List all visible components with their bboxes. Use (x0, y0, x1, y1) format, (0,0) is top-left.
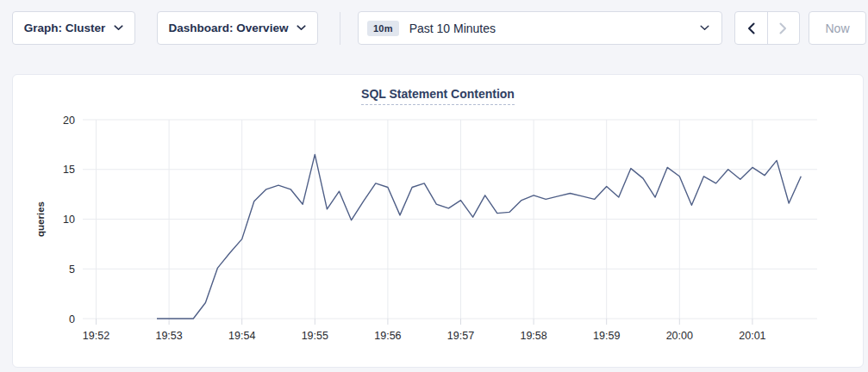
y-tick-label: 5 (69, 264, 75, 276)
next-time-button[interactable] (768, 12, 800, 44)
dashboard-dropdown-label: Dashboard: Overview (169, 22, 289, 34)
chart-title-row: SQL Statement Contention (13, 86, 863, 105)
time-range-label: Past 10 Minutes (409, 22, 690, 35)
chevron-down-icon (700, 25, 709, 31)
x-tick-label: 19:54 (228, 330, 255, 342)
graph-dropdown[interactable]: Graph: Cluster (12, 11, 135, 45)
dashboard-dropdown[interactable]: Dashboard: Overview (157, 11, 318, 45)
chevron-left-icon (747, 22, 755, 34)
x-tick-label: 19:57 (447, 330, 474, 342)
x-tick-label: 19:52 (83, 330, 109, 342)
time-range-badge: 10m (367, 21, 399, 36)
toolbar-divider (340, 12, 340, 45)
series-line-queries (157, 154, 801, 319)
graph-dropdown-label: Graph: Cluster (24, 22, 106, 34)
y-tick-label: 0 (69, 313, 75, 326)
chevron-down-icon (114, 25, 123, 31)
toolbar: Graph: Cluster Dashboard: Overview 10m P… (0, 0, 868, 57)
line-chart: 0510152019:5219:5319:5419:5519:5619:5719… (13, 75, 865, 369)
chevron-right-icon (779, 22, 787, 34)
time-step-buttons (734, 11, 800, 45)
y-tick-label: 15 (63, 164, 75, 176)
x-tick-label: 19:53 (155, 330, 182, 342)
y-tick-label: 20 (63, 115, 75, 127)
y-tick-label: 10 (63, 214, 75, 226)
x-tick-label: 19:56 (374, 330, 401, 342)
chevron-down-icon (297, 25, 306, 31)
y-axis-label: queries (35, 202, 46, 237)
x-tick-label: 20:00 (666, 330, 693, 342)
chart-panel: 0510152019:5219:5319:5419:5519:5619:5719… (12, 74, 864, 368)
x-tick-label: 19:58 (520, 330, 546, 342)
now-button[interactable]: Now (809, 11, 866, 45)
x-tick-label: 19:55 (302, 330, 328, 342)
time-range-dropdown[interactable]: 10m Past 10 Minutes (358, 11, 722, 45)
chart-title[interactable]: SQL Statement Contention (361, 87, 515, 105)
x-tick-label: 19:59 (593, 330, 620, 342)
prev-time-button[interactable] (735, 12, 768, 44)
x-tick-label: 20:01 (739, 330, 765, 342)
